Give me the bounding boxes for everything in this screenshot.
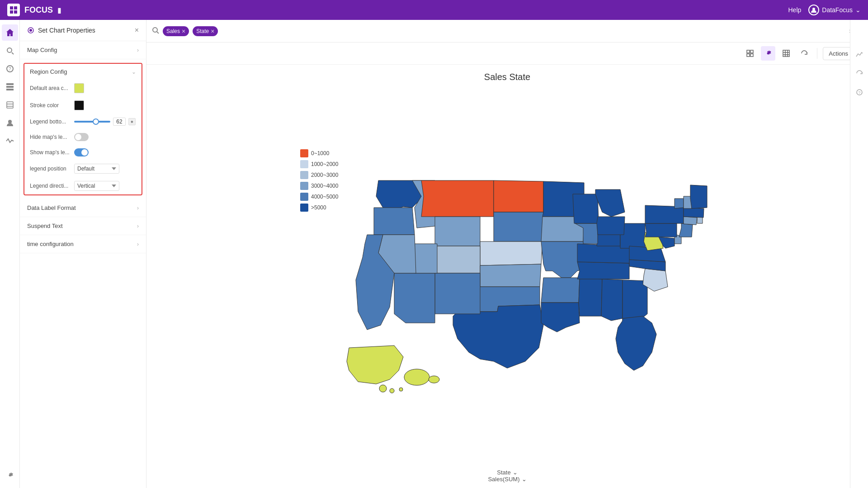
svg-marker-32: [421, 180, 494, 217]
svg-point-83: [429, 376, 439, 383]
search-icon[interactable]: [152, 27, 159, 36]
chart-toolbar: Actions ⌄: [146, 43, 868, 65]
region-config-header[interactable]: Region Config ⌄: [24, 64, 142, 80]
footer-y: Sales(SUM) ⌄: [488, 476, 526, 483]
footer-x-label: State: [497, 469, 510, 476]
right-sidebar: ?: [850, 20, 868, 488]
toolbar-card-view[interactable]: [743, 46, 757, 61]
legend-bottom-increment[interactable]: +: [128, 118, 136, 125]
sidebar-icon-search[interactable]: [2, 43, 18, 59]
suspend-text-section[interactable]: Suspend Text ›: [20, 217, 146, 235]
svg-line-19: [157, 32, 159, 33]
hide-map-row: Hide map's le...: [24, 129, 142, 145]
svg-marker-74: [684, 208, 704, 218]
right-icon-line-chart[interactable]: [852, 47, 867, 62]
legend-color-0: [300, 149, 308, 157]
tag-sales-close[interactable]: ×: [182, 28, 185, 35]
legend-bottom-slider[interactable]: [74, 121, 110, 123]
legend-label-4: 4000~5000: [311, 194, 338, 200]
svg-marker-43: [415, 244, 437, 273]
toolbar-refresh[interactable]: [797, 46, 811, 61]
panel-close-button[interactable]: ×: [135, 26, 139, 34]
svg-marker-77: [690, 185, 707, 208]
show-map-label: Show map's le...: [30, 149, 71, 156]
hide-map-toggle[interactable]: [74, 133, 89, 141]
toolbar-divider: [817, 48, 817, 59]
footer-y-chevron: ⌄: [522, 476, 527, 483]
svg-point-17: [29, 29, 32, 32]
search-input[interactable]: [222, 28, 845, 34]
toolbar-gear[interactable]: [761, 46, 775, 61]
svg-rect-0: [10, 6, 13, 9]
stroke-color-swatch[interactable]: [74, 100, 84, 110]
time-config-section[interactable]: time configuration ›: [20, 235, 146, 253]
toolbar-grid[interactable]: [779, 46, 793, 61]
right-icon-refresh[interactable]: [852, 66, 867, 81]
legend-item-3: 3000~4000: [300, 182, 338, 190]
sidebar-icon-gear[interactable]: [2, 467, 18, 483]
legend-position-select[interactable]: Default Top Bottom Left Right: [74, 164, 119, 174]
sidebar-icon-person[interactable]: [2, 115, 18, 131]
left-sidebar: ?: [0, 20, 20, 488]
show-map-toggle[interactable]: [74, 148, 89, 156]
suspend-text-label: Suspend Text: [27, 223, 63, 229]
svg-marker-58: [573, 194, 599, 223]
svg-rect-10: [6, 86, 14, 88]
hide-map-label: Hide map's le...: [30, 134, 71, 140]
svg-marker-33: [494, 180, 543, 212]
default-area-label: Default area c...: [30, 85, 71, 91]
tag-sales-label: Sales: [166, 28, 180, 34]
default-area-color-swatch[interactable]: [74, 83, 84, 93]
help-link[interactable]: Help: [788, 6, 802, 14]
svg-rect-9: [6, 83, 14, 85]
legend-item-0: 0~1000: [300, 149, 338, 157]
right-icon-help[interactable]: ?: [852, 85, 867, 99]
actions-label: Actions: [829, 50, 848, 57]
footer-x-chevron: ⌄: [513, 469, 518, 476]
app-name: FOCUS: [24, 5, 53, 15]
svg-marker-42: [394, 273, 435, 323]
chart-footer: State ⌄ Sales(SUM) ⌄: [488, 469, 526, 488]
sidebar-icon-table[interactable]: [2, 79, 18, 95]
legend-item-4: 4000~5000: [300, 193, 338, 201]
stroke-color-row: Stroke color: [24, 97, 142, 114]
svg-marker-50: [541, 303, 580, 332]
svg-marker-37: [435, 246, 480, 273]
sidebar-icon-help[interactable]: ?: [2, 61, 18, 77]
search-bar: Sales × State × ×: [146, 20, 868, 43]
data-label-section[interactable]: Data Label Format ›: [20, 199, 146, 217]
svg-marker-41: [435, 273, 480, 314]
svg-rect-2: [10, 10, 13, 14]
svg-marker-69: [645, 223, 677, 237]
sidebar-icon-layers[interactable]: [2, 97, 18, 113]
svg-rect-1: [14, 6, 17, 9]
panel-title-container: Set Chart Properties: [27, 27, 95, 34]
svg-marker-36: [480, 242, 542, 265]
map-config-section[interactable]: Map Config ›: [20, 41, 146, 59]
svg-marker-49: [541, 278, 580, 303]
legend-label-1: 1000~2000: [311, 161, 338, 167]
svg-rect-3: [14, 10, 17, 14]
stroke-color-label: Stroke color: [30, 102, 71, 109]
legend-direction-select[interactable]: Vertical Horizontal: [74, 181, 119, 191]
region-config-label: Region Config: [30, 68, 67, 75]
map-config-label: Map Config: [27, 47, 57, 53]
svg-marker-75: [675, 199, 684, 208]
svg-rect-23: [750, 54, 753, 57]
svg-line-6: [12, 52, 14, 54]
legend-position-row: legend position Default Top Bottom Left …: [24, 160, 142, 177]
bookmark-icon[interactable]: ▮: [57, 6, 61, 14]
legend-bottom-slider-container: 62 +: [74, 118, 136, 126]
svg-point-81: [399, 388, 403, 391]
tag-state-close[interactable]: ×: [211, 28, 214, 35]
logo-icon: [7, 4, 20, 16]
nav-left: FOCUS ▮: [7, 4, 61, 16]
sidebar-icon-home[interactable]: [2, 24, 18, 41]
chart-title: Sales State: [484, 72, 530, 82]
legend-item-5: >5000: [300, 204, 338, 212]
svg-point-82: [404, 369, 429, 385]
sidebar-icon-activity[interactable]: [2, 133, 18, 149]
svg-rect-22: [747, 54, 750, 57]
legend-color-1: [300, 160, 308, 168]
user-menu[interactable]: DataFocus ⌄: [808, 5, 861, 15]
